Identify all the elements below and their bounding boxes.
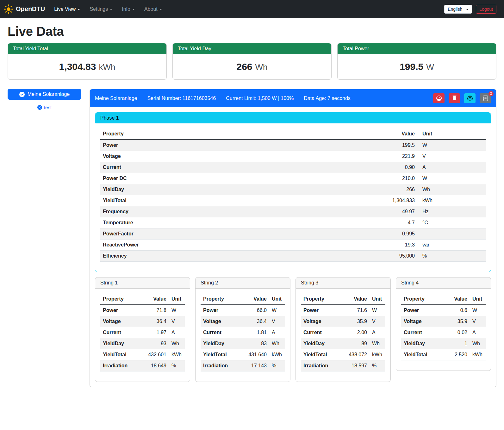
inverter-serial: Serial Number: 116171603546 xyxy=(147,96,216,101)
string-card-title: String 3 xyxy=(296,277,390,289)
brand[interactable]: OpenDTU xyxy=(4,4,45,14)
value-cell: 1,304.833 xyxy=(379,195,417,206)
nav-menu: Live View Settings Info About xyxy=(49,4,167,15)
table-row: Power 199.5 W xyxy=(100,140,486,151)
unit-cell: Wh xyxy=(169,338,185,349)
value-cell: 83 xyxy=(246,338,269,349)
test-inverter-link[interactable]: test xyxy=(8,105,81,110)
value-cell: 95.000 xyxy=(379,251,417,262)
property-cell: Frequency xyxy=(100,206,379,217)
table-row: Voltage 36.4 V xyxy=(100,316,185,327)
column-header-value: Value xyxy=(346,294,370,305)
device-info-button[interactable] xyxy=(464,93,476,103)
logout-button[interactable]: Logout xyxy=(476,5,496,14)
nav-item-label: Info xyxy=(122,6,130,12)
value-cell: 18.649 xyxy=(146,360,169,371)
unit-cell: V xyxy=(417,151,486,162)
nav-item-about[interactable]: About xyxy=(140,4,167,15)
live-data-row: Meine Solaranlage test Meine Solaranlage… xyxy=(8,89,496,387)
value-cell: 35.9 xyxy=(447,316,470,327)
string-table: Property Value Unit Power 71.6 W Voltage… xyxy=(301,294,385,371)
summary-value: 266 xyxy=(236,61,252,72)
table-row: ReactivePower 19.3 var xyxy=(100,240,486,251)
value-cell: 71.8 xyxy=(146,305,169,316)
property-cell: PowerFactor xyxy=(100,228,379,240)
value-cell: 2.520 xyxy=(447,349,470,360)
phase-table: Property Value Unit Power 199.5 W Voltag… xyxy=(100,128,486,262)
cpu-icon xyxy=(467,96,473,101)
language-selected-value: English xyxy=(448,7,462,12)
table-row: Current 0.02 A xyxy=(401,327,486,338)
column-header-unit: Unit xyxy=(470,294,486,305)
page-title: Live Data xyxy=(8,24,496,39)
brand-label: OpenDTU xyxy=(16,5,45,13)
column-header-value: Value xyxy=(447,294,470,305)
property-cell: Voltage xyxy=(401,316,447,327)
value-cell: 93 xyxy=(146,338,169,349)
chevron-down-icon xyxy=(110,9,112,10)
table-row: Power 71.6 W xyxy=(301,305,385,316)
nav-item-settings[interactable]: Settings xyxy=(85,4,117,15)
string-card-string-2: String 2 Property Value Unit Power 66.0 … xyxy=(195,277,290,382)
table-row: Power DC 210.0 W xyxy=(100,173,486,184)
column-header-property: Property xyxy=(100,128,379,140)
summary-unit: W xyxy=(426,62,434,72)
phase-table-body: Power 199.5 W Voltage 221.9 V Current 0.… xyxy=(100,140,486,262)
inverter-sidebar: Meine Solaranlage test xyxy=(8,89,81,110)
unit-cell: W xyxy=(470,305,486,316)
unit-cell: % xyxy=(269,360,285,371)
unit-cell: kWh xyxy=(370,349,385,360)
value-cell: 49.97 xyxy=(379,206,417,217)
string-card-title: String 4 xyxy=(396,277,491,289)
test-inverter-label: test xyxy=(44,105,52,110)
power-control-button[interactable] xyxy=(449,93,460,103)
value-cell: 0.6 xyxy=(447,305,470,316)
summary-card-total-yield-total: Total Yield Total 1,304.83 kWh xyxy=(8,43,167,80)
nav-item-live-view[interactable]: Live View xyxy=(49,4,85,15)
table-row: Efficiency 95.000 % xyxy=(100,251,486,262)
summary-card-body: 1,304.83 kWh xyxy=(8,54,166,79)
unit-cell: Wh xyxy=(370,338,385,349)
summary-value: 199.5 xyxy=(400,61,423,72)
property-cell: ReactivePower xyxy=(100,240,379,251)
value-cell: 266 xyxy=(379,184,417,195)
property-cell: Power xyxy=(100,305,146,316)
navbar: OpenDTU Live View Settings Info About En… xyxy=(0,0,504,18)
property-cell: Voltage xyxy=(100,151,379,162)
table-row: Irradiation 18.597 % xyxy=(301,360,385,371)
property-cell: YieldDay xyxy=(201,338,246,349)
unit-cell: Hz xyxy=(417,206,486,217)
string-table: Property Value Unit Power 66.0 W Voltage… xyxy=(201,294,285,371)
unit-cell: Wh xyxy=(470,338,486,349)
summary-card-body: 199.5 W xyxy=(338,54,496,79)
value-cell: 35.9 xyxy=(346,316,370,327)
language-select[interactable]: English xyxy=(444,5,472,14)
string-table: Property Value Unit Power 71.8 W Voltage… xyxy=(100,294,185,371)
column-header-unit: Unit xyxy=(169,294,185,305)
chevron-down-icon xyxy=(78,9,80,10)
limit-settings-button[interactable] xyxy=(433,93,445,103)
inverter-select-button[interactable]: Meine Solaranlage xyxy=(8,89,81,100)
string-card-body: Property Value Unit Power 0.6 W Voltage … xyxy=(396,289,491,371)
property-cell: Power xyxy=(201,305,246,316)
table-row: YieldTotal 431.640 kWh xyxy=(201,349,285,360)
event-log-button[interactable]: 2 xyxy=(480,93,491,103)
journal-icon xyxy=(483,96,488,101)
phase-card-header: Phase 1 xyxy=(95,113,491,123)
inverter-card-body: Phase 1 Property Value Unit xyxy=(90,107,496,387)
string-card-body: Property Value Unit Power 71.8 W Voltage… xyxy=(95,289,190,382)
unit-cell: % xyxy=(370,360,385,371)
property-cell: Current xyxy=(401,327,447,338)
table-row: Voltage 221.9 V xyxy=(100,151,486,162)
table-row: Irradiation 17.143 % xyxy=(201,360,285,371)
string-table-body: Power 0.6 W Voltage 35.9 V Current 0.02 … xyxy=(401,305,486,360)
table-row: Voltage 36.4 V xyxy=(201,316,285,327)
table-row: Power 71.8 W xyxy=(100,305,185,316)
string-card-string-1: String 1 Property Value Unit Power 71.8 … xyxy=(95,277,190,382)
phase-card: Phase 1 Property Value Unit xyxy=(95,112,491,272)
property-cell: Voltage xyxy=(100,316,146,327)
string-card-body: Property Value Unit Power 71.6 W Voltage… xyxy=(296,289,390,382)
summary-card-title: Total Yield Total xyxy=(8,43,166,54)
nav-item-info[interactable]: Info xyxy=(117,4,140,15)
inverter-data-age: Data Age: 7 seconds xyxy=(304,96,351,101)
